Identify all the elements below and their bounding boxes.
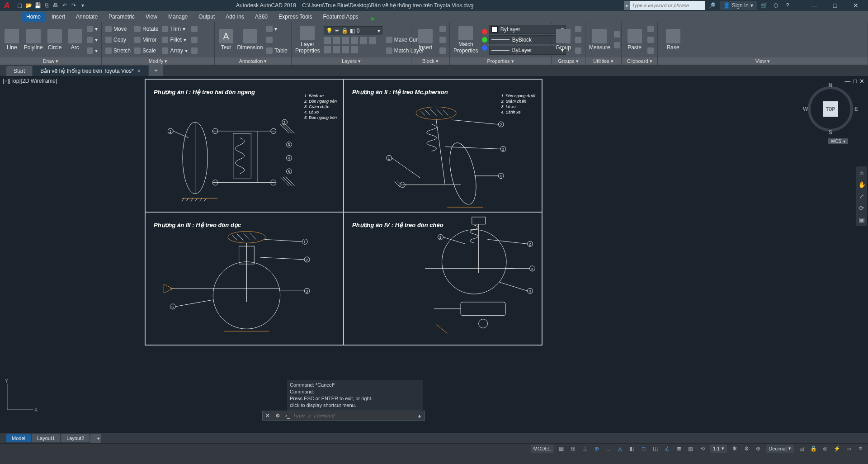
qat-open-icon[interactable]: 📂 (24, 1, 33, 9)
cmd-customize-icon[interactable]: ⚙ (273, 411, 283, 421)
scale-button[interactable]: Scale (134, 46, 158, 56)
quick-properties-icon[interactable]: ▤ (797, 445, 806, 453)
draw-extra-3[interactable]: ▾ (87, 46, 98, 56)
circle-button[interactable]: Circle (47, 24, 63, 56)
viewport-label[interactable]: [−][Top][2D Wireframe] (3, 78, 57, 84)
start-tab[interactable]: Start (6, 66, 32, 76)
stretch-button[interactable]: Stretch (105, 46, 131, 56)
rotate-button[interactable]: Rotate (134, 24, 158, 34)
steering-wheel-icon[interactable]: ⌾ (860, 169, 863, 176)
help-search[interactable]: ▸ (624, 1, 705, 10)
infer-constraints-icon[interactable]: ⊥ (581, 445, 589, 453)
layer-tool-1[interactable] (324, 37, 331, 44)
isolate-objects-icon[interactable]: ◎ (821, 445, 829, 453)
hardware-accel-icon[interactable]: ⚡ (833, 445, 841, 453)
clip-extra-2[interactable] (647, 35, 654, 45)
vp-maximize-icon[interactable]: □ (853, 78, 857, 85)
ribbon-tab-view[interactable]: View (140, 12, 163, 22)
util-extra-1[interactable] (614, 29, 620, 39)
qat-plot-icon[interactable]: 🖶 (52, 1, 60, 9)
leader-button[interactable]: ▾ (266, 24, 288, 34)
layer-tool-2[interactable] (333, 37, 340, 44)
block-extra-1[interactable] (439, 24, 446, 34)
dimension-button[interactable]: Dimension (237, 24, 263, 56)
ribbon-tab-insert[interactable]: Insert (46, 12, 71, 22)
help-icon[interactable]: ? (783, 1, 792, 10)
add-layout-button[interactable]: ＋ (90, 434, 101, 443)
panel-properties-title[interactable]: Properties ▾ (450, 57, 551, 65)
ribbon-tab-home[interactable]: Home (21, 12, 46, 22)
model-tab[interactable]: Model (6, 434, 31, 442)
osnap-tracking-icon[interactable]: ∠ (663, 445, 671, 453)
app-store-icon[interactable]: ▶ (371, 15, 375, 22)
array-button[interactable]: Array▾ (162, 46, 188, 56)
qat-new-icon[interactable]: ▢ (15, 1, 24, 9)
vp-minimize-icon[interactable]: — (844, 78, 850, 85)
paste-button[interactable]: Paste (625, 24, 644, 56)
group-button[interactable]: Group (555, 24, 571, 56)
copy-button[interactable]: Copy (105, 35, 131, 45)
move-button[interactable]: Move (105, 24, 131, 34)
annotation-visibility-icon[interactable]: ✱ (731, 445, 739, 453)
isometric-icon[interactable]: ◧ (628, 445, 636, 453)
mirror-button[interactable]: Mirror (134, 35, 158, 45)
close-tab-icon[interactable]: × (137, 68, 141, 74)
units-button[interactable]: Decimal▾ (766, 445, 794, 453)
grid-display-icon[interactable]: ▦ (557, 445, 566, 453)
cmd-close-icon[interactable]: ✕ (263, 411, 273, 421)
showmotion-icon[interactable]: ▣ (859, 216, 865, 223)
draw-extra-1[interactable]: ▾ (87, 24, 98, 34)
color-swatches[interactable] (482, 25, 487, 55)
groups-extra-3[interactable] (575, 46, 581, 56)
orbit-icon[interactable]: ⟳ (859, 204, 864, 212)
layout1-tab[interactable]: Layout1 (32, 434, 60, 442)
layer-tool-4[interactable] (351, 37, 358, 44)
selection-cycling-icon[interactable]: ⟲ (698, 445, 707, 453)
infocenter-icon[interactable]: 🔎 (708, 1, 717, 10)
panel-clipboard-title[interactable]: Clipboard ▾ (622, 57, 657, 65)
qat-redo-icon[interactable]: ↷ (70, 1, 78, 9)
qat-undo-icon[interactable]: ↶ (61, 1, 69, 9)
panel-annotation-title[interactable]: Annotation ▾ (215, 57, 291, 65)
snap-mode-icon[interactable]: ⊞ (569, 445, 577, 453)
ribbon-tab-annotate[interactable]: Annotate (71, 12, 103, 22)
ortho-mode-icon[interactable]: ∟ (604, 445, 613, 453)
polyline-button[interactable]: Polyline (24, 24, 43, 56)
workspace-switch-icon[interactable]: ⚙ (742, 445, 750, 453)
annotation-scale-button[interactable]: 1:1▾ (710, 445, 727, 453)
cmd-recent-icon[interactable]: ▴ (415, 411, 425, 421)
insert-block-button[interactable]: Insert (415, 24, 436, 56)
trim-button[interactable]: Trim▾ (162, 24, 188, 34)
panel-view-title[interactable]: View ▾ (658, 57, 868, 65)
sign-in-button[interactable]: 👤 Sign In ▾ (720, 1, 757, 10)
layer-tool-10[interactable] (351, 46, 358, 53)
groups-extra-1[interactable] (575, 24, 581, 34)
table-button[interactable]: Table (266, 46, 288, 56)
command-line[interactable]: ✕ ⚙ ›_ ▴ (262, 411, 425, 421)
clip-extra-3[interactable] (647, 46, 654, 56)
modify-extra-2[interactable] (191, 35, 198, 45)
clean-screen-icon[interactable]: ▭ (844, 445, 853, 453)
app-logo[interactable]: A (0, 0, 14, 11)
transparency-icon[interactable]: ▨ (687, 445, 695, 453)
ribbon-tab-output[interactable]: Output (193, 12, 220, 22)
ribbon-tab-manage[interactable]: Manage (163, 12, 193, 22)
measure-button[interactable]: Measure (589, 24, 610, 56)
layer-tool-7[interactable] (324, 46, 331, 53)
search-input[interactable] (630, 3, 705, 8)
line-button[interactable]: Line (4, 24, 20, 56)
ribbon-tab-parametric[interactable]: Parametric (103, 12, 140, 22)
exchange-icon[interactable]: 🛒 (760, 1, 769, 10)
panel-layers-title[interactable]: Layers ▾ (292, 57, 411, 65)
panel-groups-title[interactable]: Groups ▾ (552, 57, 585, 65)
drawing-canvas[interactable]: [−][Top][2D Wireframe] — □ ✕ N S W E TOP… (0, 76, 868, 433)
modify-extra-1[interactable] (191, 24, 198, 34)
lineweight-display-icon[interactable]: ≣ (675, 445, 683, 453)
layout2-tab[interactable]: Layout2 (61, 434, 90, 442)
modify-extra-3[interactable] (191, 46, 198, 56)
util-extra-2[interactable] (614, 40, 620, 50)
lock-ui-icon[interactable]: 🔒 (809, 445, 817, 453)
panel-utilities-title[interactable]: Utilities ▾ (585, 57, 621, 65)
clip-extra-1[interactable] (647, 24, 654, 34)
layer-tool-6[interactable] (369, 37, 376, 44)
